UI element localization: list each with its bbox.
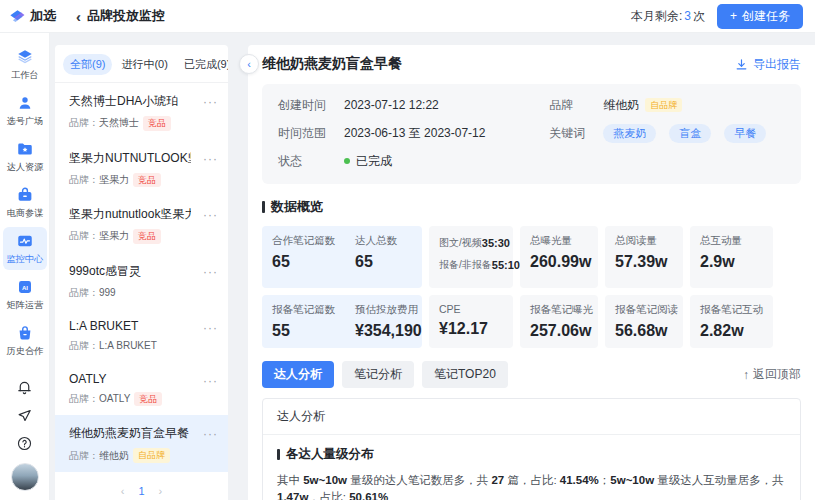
- analysis-card-title: 达人分析: [263, 399, 800, 435]
- metric-label: 报备笔记篇数: [272, 303, 335, 317]
- data-overview-section-title: 数据概览: [262, 198, 801, 216]
- task-list-item[interactable]: 坚果力NUTNUTLOOK坚果力... 品牌：坚果力 竞品 ···: [55, 140, 228, 197]
- sidebar-label: 选号广场: [6, 115, 43, 128]
- task-brand-row: 品牌：天然博士 竞品: [69, 116, 178, 131]
- task-list-item-selected[interactable]: 维他奶燕麦奶盲盒早餐 品牌：维他奶 自品牌 ···: [55, 415, 228, 472]
- page-number[interactable]: 1: [138, 485, 144, 497]
- more-actions-icon[interactable]: ···: [203, 319, 218, 334]
- task-list-item[interactable]: L:A BRUKET 品牌：L:A BRUKET ···: [55, 309, 228, 362]
- user-avatar[interactable]: [11, 463, 39, 491]
- sidebar-label: 监控中心: [6, 253, 43, 266]
- task-title: 维他奶燕麦奶盲盒早餐: [69, 425, 189, 442]
- logo-icon: [8, 7, 27, 26]
- more-actions-icon[interactable]: ···: [203, 425, 218, 440]
- metric-label: 报备笔记互动: [700, 303, 763, 317]
- own-brand-badge: 自品牌: [645, 98, 682, 113]
- top-header: 加选 ‹ 品牌投放监控 本月剩余:3次 + 创建任务: [0, 0, 815, 33]
- sidebar-item-influencer-resources[interactable]: 达人资源: [3, 135, 47, 178]
- back-icon[interactable]: ‹: [76, 9, 81, 24]
- task-brand-row: 品牌：L:A BRUKET: [69, 339, 157, 353]
- monthly-quota: 本月剩余:3次: [631, 8, 705, 25]
- task-brand-row: 品牌：999: [69, 286, 141, 300]
- brand-value: 维他奶 自品牌: [603, 97, 682, 114]
- header-actions: 本月剩余:3次 + 创建任务: [631, 4, 815, 29]
- metric-label: 达人总数: [355, 234, 397, 248]
- metric-value: 55: [272, 322, 335, 340]
- metric-card-reported-notes-cost: 报备笔记篇数 55 预估投放费用 ¥354,190: [262, 295, 422, 348]
- metric-card-reported-reads: 报备笔记阅读 56.68w: [605, 295, 683, 348]
- sidebar-item-workbench[interactable]: 工作台: [3, 43, 47, 86]
- task-info-card: 创建时间 2023-07-12 12:22 时间范围 2023-06-13 至 …: [262, 84, 801, 184]
- sidebar-item-ecommerce-advisor[interactable]: 电商参谋: [3, 181, 47, 224]
- tab-note-top20[interactable]: 笔记TOP20: [422, 361, 508, 388]
- keyword-pill: 燕麦奶: [603, 124, 656, 143]
- task-brand-row: 品牌：坚果力 竞品: [69, 173, 191, 188]
- sidebar-item-selection-plaza[interactable]: 选号广场: [3, 89, 47, 132]
- breadcrumb: ‹ 品牌投放监控: [76, 7, 165, 25]
- metric-label: 合作笔记篇数: [272, 234, 335, 248]
- plus-icon: +: [730, 9, 737, 23]
- more-actions-icon[interactable]: ···: [203, 372, 218, 387]
- task-title: 天然博士DHA小琥珀: [69, 93, 178, 110]
- more-actions-icon[interactable]: ···: [203, 150, 218, 165]
- sidebar-item-monitoring-center[interactable]: 监控中心: [3, 227, 47, 270]
- create-task-label: 创建任务: [742, 8, 790, 25]
- more-actions-icon[interactable]: ···: [203, 93, 218, 108]
- app-body: 工作台 选号广场 达人资源: [0, 33, 815, 500]
- sidebar-label: 矩阵运营: [6, 299, 43, 312]
- pagination: ‹ 1 ›: [55, 472, 228, 500]
- tab-influencer-analysis[interactable]: 达人分析: [262, 361, 334, 388]
- app-logo[interactable]: 加选: [0, 7, 62, 26]
- task-list-item[interactable]: 天然博士DHA小琥珀 品牌：天然博士 竞品 ···: [55, 83, 228, 140]
- quota-unit: 次: [693, 9, 705, 23]
- more-actions-icon[interactable]: ···: [203, 263, 218, 278]
- created-time-label: 创建时间: [278, 97, 344, 114]
- tab-completed[interactable]: 已完成(9): [177, 54, 228, 75]
- metric-card-cpe: CPE ¥12.17: [429, 295, 513, 348]
- metric-value: 260.99w: [530, 253, 588, 271]
- task-list-item[interactable]: 坚果力nutnutlook坚果力 品牌：坚果力 竞品 ···: [55, 196, 228, 253]
- metric-label: 总曝光量: [530, 234, 588, 248]
- metric-label: 图文/视频: [439, 236, 482, 250]
- export-report-button[interactable]: 导出报告: [735, 56, 801, 73]
- help-icon[interactable]: [16, 435, 33, 452]
- metric-label: 预估投放费用: [355, 303, 422, 317]
- metric-value: 257.06w: [530, 322, 588, 340]
- page-title: 品牌投放监控: [87, 7, 165, 25]
- metric-card-reported-engagement: 报备笔记互动 2.82w: [690, 295, 773, 348]
- sidebar-label: 工作台: [11, 69, 39, 82]
- detail-title: 维他奶燕麦奶盲盒早餐: [262, 55, 402, 73]
- notifications-bell-icon[interactable]: [16, 379, 33, 396]
- metric-label: 报备/非报备: [439, 258, 492, 272]
- selection-plaza-icon: [16, 94, 34, 112]
- quota-label: 本月剩余:: [631, 9, 682, 23]
- metric-card-total-reads: 总阅读量 57.39w: [605, 226, 683, 288]
- level-distribution-title: 各达人量级分布: [277, 446, 786, 463]
- keywords-value: 燕麦奶 盲盒 早餐: [603, 124, 773, 143]
- prev-page-icon[interactable]: ‹: [121, 485, 125, 497]
- sidebar-item-matrix-operations[interactable]: AI 矩阵运营: [3, 273, 47, 316]
- keywords-label: 关键词: [549, 125, 603, 142]
- tab-note-analysis[interactable]: 笔记分析: [342, 361, 414, 388]
- task-list-panel: 全部(9) 进行中(0) 已完成(9) 天然博士DHA小琥珀 品牌：天然博士 竞…: [55, 45, 228, 500]
- feedback-icon[interactable]: [16, 407, 33, 424]
- task-list-item[interactable]: OATLY 品牌：OATLY 竞品 ···: [55, 362, 228, 416]
- time-range-value: 2023-06-13 至 2023-07-12: [344, 125, 485, 142]
- status-value: 已完成: [344, 153, 392, 170]
- svg-text:AI: AI: [22, 285, 28, 291]
- task-title: L:A BRUKET: [69, 319, 157, 333]
- competitor-badge: 竞品: [134, 392, 162, 407]
- task-list-item[interactable]: 999otc感冒灵 品牌：999 ···: [55, 253, 228, 309]
- task-brand-row: 品牌：OATLY 竞品: [69, 392, 162, 407]
- task-brand-row: 品牌：维他奶 自品牌: [69, 448, 189, 463]
- create-task-button[interactable]: + 创建任务: [717, 4, 803, 29]
- next-page-icon[interactable]: ›: [159, 485, 163, 497]
- back-to-top-button[interactable]: ↑ 返回顶部: [743, 366, 801, 383]
- more-actions-icon[interactable]: ···: [203, 206, 218, 221]
- sidebar-item-history-cooperation[interactable]: 历史合作: [3, 319, 47, 362]
- tab-in-progress[interactable]: 进行中(0): [114, 54, 174, 75]
- metric-label: 报备笔记阅读: [615, 303, 673, 317]
- collapse-panel-button[interactable]: ‹: [239, 54, 259, 74]
- tab-all[interactable]: 全部(9): [63, 54, 112, 75]
- status-dot-icon: [344, 158, 350, 164]
